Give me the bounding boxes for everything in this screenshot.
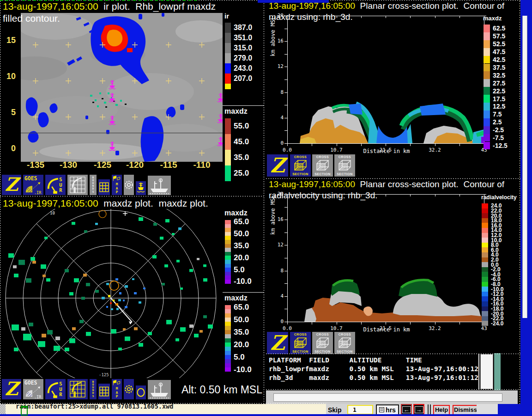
svg-text:P: P	[116, 190, 118, 194]
cross-section-button[interactable]: CROSSSECTION	[312, 154, 333, 177]
circle-icon	[136, 385, 146, 399]
x-tick	[435, 143, 435, 146]
colorbar-segment	[482, 213, 488, 218]
y-tick	[284, 271, 287, 271]
toolbar-button-map[interactable]: MAP	[112, 175, 122, 195]
toolbar-button-buoy[interactable]	[136, 181, 146, 195]
hrs-button[interactable]: hrs	[376, 404, 399, 415]
colorbar-segment	[484, 87, 490, 95]
y-tick	[284, 29, 287, 29]
colorbar-segment	[225, 309, 231, 313]
svg-text:Z: Z	[5, 379, 21, 399]
colorbar-value: 37.5	[493, 64, 505, 71]
border	[0, 403, 326, 404]
y-tick	[284, 245, 287, 245]
cross-section-button[interactable]: CROSSSECTION	[290, 332, 311, 354]
x-tick	[287, 143, 288, 146]
x-tick	[386, 322, 386, 324]
colorbar-value: 279.0	[234, 54, 252, 62]
toolbar-button-ship[interactable]	[148, 380, 171, 399]
x-tick	[361, 143, 362, 146]
toolbar-button-goes[interactable]: GOES.IR	[23, 175, 43, 195]
toolbar-button-goes[interactable]: GOES.IR	[23, 379, 43, 399]
table-scrollbar[interactable]	[480, 354, 493, 389]
scrollbar-trough[interactable]	[273, 393, 502, 402]
border	[266, 354, 520, 354]
toolbar-button-sur[interactable]: SUR	[45, 379, 66, 399]
colorbar-segment	[225, 118, 231, 134]
toolbar-button-gear[interactable]	[124, 379, 134, 399]
x-tick-label: 32.2	[425, 325, 445, 331]
dismiss-button[interactable]: Dismiss	[453, 405, 478, 415]
toolbar-button-map[interactable]: MAP	[112, 379, 122, 399]
colorbar-value: 62.5	[493, 24, 505, 32]
colorbar-segment	[482, 252, 488, 257]
colorbar-segment	[482, 272, 488, 277]
colorbar-segment	[225, 23, 231, 33]
cross-section-contours[interactable]	[288, 194, 484, 322]
toolbar-button-sur[interactable]: SUR	[45, 175, 66, 195]
toolbar-button-z[interactable]: Z	[267, 154, 288, 177]
colorbar-segment	[482, 296, 488, 301]
radar-ppi-display[interactable]	[0, 209, 222, 378]
toolbar-button-z[interactable]: Z	[2, 175, 21, 195]
colorbar-segment	[225, 318, 231, 322]
y-tick	[284, 105, 287, 105]
y-tick	[284, 92, 287, 93]
y-tick-label: 8	[272, 89, 284, 95]
x-tick	[386, 143, 386, 146]
colorbar-segment	[225, 338, 231, 343]
svg-text:S: S	[59, 381, 62, 386]
toolbar-button-griddish[interactable]	[67, 379, 88, 399]
z-icon: Z	[2, 379, 21, 399]
cross-section-button[interactable]: CROSSSECTION	[312, 332, 333, 354]
cube-icon	[294, 337, 308, 349]
x-tick	[312, 143, 312, 146]
svg-text:S: S	[59, 177, 62, 182]
cross-section-button[interactable]: CROSSSECTION	[334, 154, 355, 177]
toolbar-button-ship[interactable]	[148, 176, 171, 195]
page-icon	[379, 407, 384, 412]
toolbar-ir: ZGOES.IRSURBOUNDSMAP	[0, 174, 264, 196]
colorbar-value: 243.0	[234, 64, 252, 73]
toolbar-button-sgrid[interactable]	[98, 384, 110, 399]
sur-icon: SUR	[45, 175, 66, 195]
panel-maxdz-ppi: 13-aug-1997,16:05:00 maxdz plot. maxdz p…	[0, 197, 264, 404]
help-button[interactable]: Help	[433, 405, 450, 415]
buoy-icon	[136, 181, 146, 195]
toolbar-button-z[interactable]: Z	[2, 379, 21, 399]
toolbar-button-griddish[interactable]	[67, 175, 88, 195]
lat-tick-label: 10	[3, 72, 16, 81]
colorbar-segment	[484, 95, 490, 103]
side-scrollbar[interactable]	[522, 16, 527, 318]
toolbar-button-bounds[interactable]: BOUNDS	[90, 379, 97, 399]
colorbar-value: 52.5	[493, 40, 505, 48]
colorbar-value: 351.0	[234, 34, 252, 42]
y-tick	[284, 296, 287, 297]
cross-section-contours[interactable]	[288, 16, 484, 143]
colorbar-segment	[484, 71, 490, 79]
cross-section-button[interactable]: CROSSSECTION	[290, 154, 311, 177]
horizontal-scrollbar-strip	[266, 390, 518, 404]
toolbar-button-bounds[interactable]: BOUNDS	[90, 175, 97, 195]
satellite-map[interactable]	[21, 13, 223, 162]
platform-status-table: PLATFORM FIELD ALTITUDE TIME rhb_lowprfm…	[266, 354, 478, 389]
x-tick	[312, 322, 312, 324]
skip-value-input[interactable]	[347, 405, 373, 415]
toolbar-button-z[interactable]: Z	[267, 332, 288, 354]
toolbar-button-gear[interactable]	[124, 175, 134, 195]
y-tick	[284, 80, 287, 80]
ship-icon	[148, 380, 171, 399]
bounds-icon: BOUNDS	[90, 175, 97, 195]
colorbar-segment	[225, 220, 231, 224]
toolbar-button-circle[interactable]	[136, 385, 146, 399]
colorbar-value: 35.0	[234, 328, 249, 337]
colorbar-segment	[482, 208, 488, 214]
toolbar-button-sgrid[interactable]	[98, 179, 110, 195]
y-tick	[284, 220, 287, 220]
svg-text:R: R	[59, 187, 62, 193]
colorbar-segment	[482, 292, 488, 297]
svg-text:R: R	[59, 392, 62, 397]
cross-section-button[interactable]: CROSSSECTION	[334, 332, 355, 354]
z-icon: Z	[2, 175, 21, 195]
